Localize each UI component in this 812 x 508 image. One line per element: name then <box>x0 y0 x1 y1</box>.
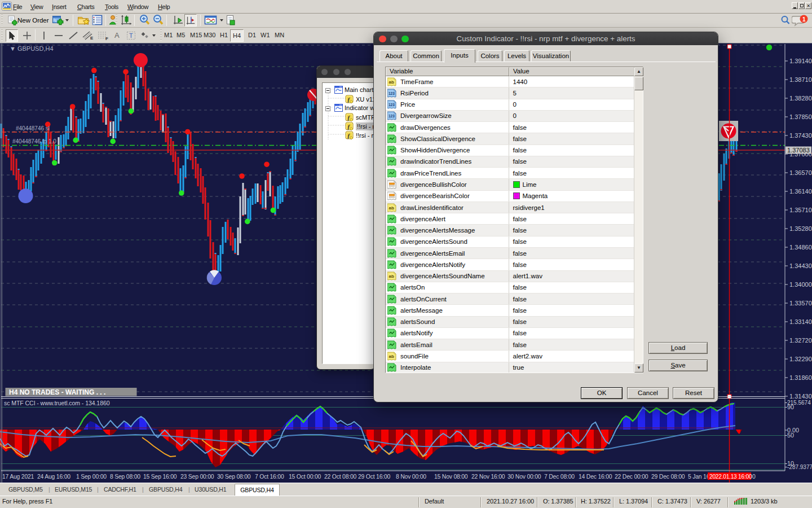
svg-text:1.36140: 1.36140 <box>789 188 812 195</box>
svg-text:17 Aug 2021: 17 Aug 2021 <box>2 474 34 480</box>
svg-text:1.31860: 1.31860 <box>789 374 812 381</box>
svg-text:50: 50 <box>787 432 794 439</box>
svg-text:1.35280: 1.35280 <box>789 225 812 232</box>
svg-text:1.33570: 1.33570 <box>789 300 812 306</box>
svg-text:1.37083: 1.37083 <box>787 147 810 154</box>
svg-text:1.38710: 1.38710 <box>789 76 812 83</box>
svg-text:F: F <box>105 36 108 41</box>
svg-text:H4 NO TRADES - WAITING . . .: H4 NO TRADES - WAITING . . . <box>9 388 105 396</box>
svg-text:ab: ab <box>389 205 394 211</box>
svg-text:5 Jan 16: 5 Jan 16 <box>688 474 710 480</box>
svg-text:1.34430: 1.34430 <box>789 262 812 269</box>
svg-text:1.32290: 1.32290 <box>789 356 812 362</box>
svg-text:14 Dec 16:00: 14 Dec 16:00 <box>579 474 612 480</box>
svg-text:ab: ab <box>389 80 394 85</box>
svg-text:7 Oct 16:00: 7 Oct 16:00 <box>255 474 284 480</box>
svg-text:ab: ab <box>389 354 394 359</box>
svg-text:1.37430: 1.37430 <box>789 132 812 139</box>
svg-text:1.38280: 1.38280 <box>789 95 812 102</box>
svg-text:30 Sep 08:00: 30 Sep 08:00 <box>217 474 251 480</box>
svg-text:-287.9377: -287.9377 <box>787 464 812 470</box>
svg-text:1.31430: 1.31430 <box>789 393 812 400</box>
svg-text:1.35710: 1.35710 <box>789 207 812 213</box>
svg-text:29 Dec 08:00: 29 Dec 08:00 <box>651 474 685 480</box>
svg-text:7 Dec 08:00: 7 Dec 08:00 <box>544 474 575 480</box>
svg-text:1.34860: 1.34860 <box>789 244 812 251</box>
svg-text:1: 1 <box>802 16 806 23</box>
svg-text:1.34000: 1.34000 <box>789 281 812 288</box>
svg-text:sc MTF CCI - www.truetl.com -: sc MTF CCI - www.truetl.com - 134.1860 <box>4 400 110 406</box>
svg-text:90: 90 <box>787 404 794 410</box>
svg-text:123: 123 <box>389 114 395 118</box>
svg-text:22 Nov 16:00: 22 Nov 16:00 <box>471 474 505 480</box>
svg-text:15 Nov 08:00: 15 Nov 08:00 <box>434 474 468 480</box>
svg-text:#40448746 tp 1.0: #40448746 tp 1.0 <box>12 138 56 144</box>
svg-text:15 Sep 16:00: 15 Sep 16:00 <box>143 474 177 480</box>
svg-text:22 Oct 08:00: 22 Oct 08:00 <box>324 474 357 480</box>
svg-text:E: E <box>90 36 94 41</box>
svg-text:1.39140: 1.39140 <box>789 58 812 64</box>
svg-text:1.36570: 1.36570 <box>789 169 812 176</box>
svg-text:ab: ab <box>389 274 394 279</box>
svg-text:123: 123 <box>389 103 395 107</box>
svg-text:8 Nov 00:00: 8 Nov 00:00 <box>396 474 426 480</box>
svg-text:29 Oct 16:00: 29 Oct 16:00 <box>358 474 391 480</box>
svg-text:123: 123 <box>389 91 395 95</box>
svg-text:22 Dec 00:00: 22 Dec 00:00 <box>615 474 648 480</box>
svg-text:23 Sep 00:00: 23 Sep 00:00 <box>180 474 214 480</box>
svg-text:T: T <box>129 32 133 39</box>
svg-text:15 Oct 00:00: 15 Oct 00:00 <box>289 474 321 480</box>
svg-text:1.33140: 1.33140 <box>789 318 812 325</box>
svg-text:A: A <box>114 31 120 40</box>
svg-text:▼ GBPUSD,H4: ▼ GBPUSD,H4 <box>10 45 54 52</box>
svg-text:#40448746 sl: #40448746 sl <box>16 125 50 132</box>
svg-text:8 Sep 08:00: 8 Sep 08:00 <box>110 474 140 480</box>
svg-text:1.32720: 1.32720 <box>789 337 812 344</box>
svg-text:2022.01.13 16:00: 2022.01.13 16:00 <box>709 474 752 480</box>
svg-text:1.37850: 1.37850 <box>789 113 812 120</box>
svg-text:24 Aug 16:00: 24 Aug 16:00 <box>37 474 70 480</box>
svg-text:30 Nov 00:00: 30 Nov 00:00 <box>508 474 541 480</box>
svg-text:0: 0 <box>752 474 756 480</box>
svg-text:1 Sep 00:00: 1 Sep 00:00 <box>76 474 107 480</box>
